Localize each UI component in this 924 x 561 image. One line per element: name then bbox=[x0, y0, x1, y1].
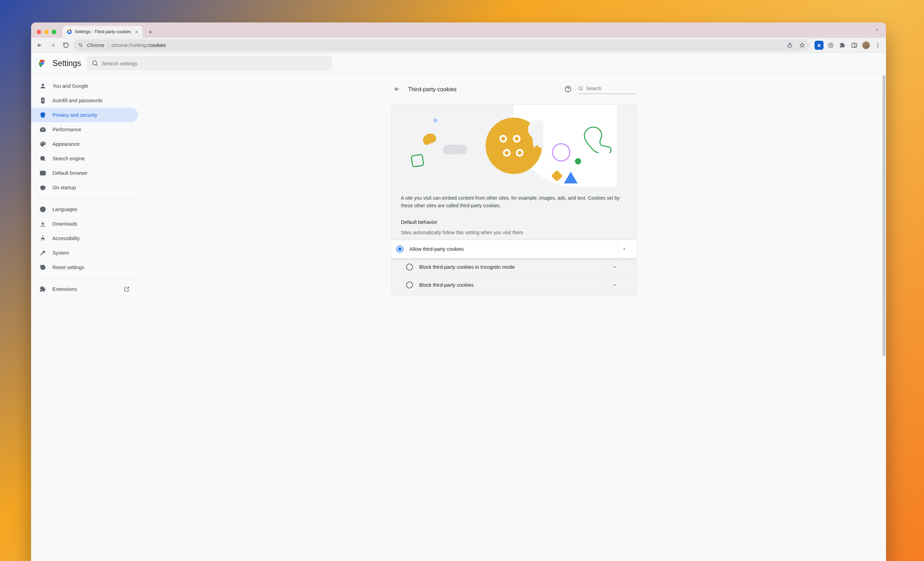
extension-area: ⧈ bbox=[812, 40, 883, 51]
svg-point-9 bbox=[878, 45, 878, 46]
sidebar-label: Autofill and passwords bbox=[52, 98, 102, 103]
option-block-third-party[interactable]: Block third-party cookies bbox=[400, 276, 627, 294]
cookies-illustration bbox=[391, 105, 636, 187]
search-icon bbox=[39, 155, 46, 162]
sidebar-item-languages[interactable]: Languages bbox=[31, 202, 138, 217]
svg-point-3 bbox=[81, 46, 82, 47]
sidebar-label: Appearance bbox=[52, 141, 80, 147]
extension-bitwarden-icon[interactable]: ⧈ bbox=[813, 40, 825, 51]
accessibility-icon bbox=[39, 235, 46, 242]
svg-point-2 bbox=[79, 44, 80, 45]
person-icon bbox=[39, 83, 46, 89]
sidebar-item-appearance[interactable]: Appearance bbox=[31, 137, 138, 151]
wrench-icon bbox=[39, 250, 46, 256]
sidebar-label: Extensions bbox=[52, 286, 77, 292]
pane-header: Third-party cookies bbox=[391, 83, 637, 95]
sidebar-label: Search engine bbox=[52, 156, 85, 161]
new-tab-button[interactable] bbox=[146, 27, 155, 37]
globe-icon bbox=[39, 206, 46, 213]
reset-icon bbox=[39, 264, 46, 271]
svg-point-8 bbox=[878, 43, 878, 44]
svg-point-6 bbox=[830, 44, 832, 46]
svg-point-14 bbox=[93, 61, 97, 65]
site-info-icon[interactable] bbox=[77, 42, 84, 48]
address-bar[interactable]: Chrome chrome://settings/cookies bbox=[73, 39, 810, 51]
expand-option-button[interactable] bbox=[608, 276, 621, 294]
svg-rect-16 bbox=[40, 171, 46, 175]
option-allow-third-party[interactable]: Allow third-party cookies bbox=[391, 240, 637, 258]
sidebar-label: Performance bbox=[52, 127, 81, 132]
option-label: Allow third-party cookies bbox=[410, 246, 464, 252]
external-link-icon bbox=[124, 286, 130, 292]
back-button[interactable] bbox=[34, 39, 46, 51]
expand-option-button[interactable] bbox=[608, 258, 621, 276]
sidebar-item-privacy[interactable]: Privacy and security bbox=[31, 108, 138, 122]
chrome-menu-icon[interactable] bbox=[872, 40, 883, 51]
speedometer-icon bbox=[39, 126, 46, 133]
minimize-window-button[interactable] bbox=[44, 30, 49, 34]
zoom-window-button[interactable] bbox=[52, 30, 56, 34]
search-settings-input[interactable] bbox=[102, 60, 327, 66]
svg-point-5 bbox=[828, 43, 833, 48]
close-tab-button[interactable] bbox=[134, 29, 139, 35]
svg-rect-34 bbox=[411, 154, 424, 167]
forward-button[interactable] bbox=[47, 39, 59, 51]
settings-title: Settings bbox=[52, 59, 81, 68]
pane-search[interactable] bbox=[578, 85, 637, 94]
help-icon[interactable] bbox=[564, 85, 572, 93]
browser-toolbar: Chrome chrome://settings/cookies ⧈ bbox=[31, 38, 886, 53]
power-icon bbox=[39, 184, 46, 191]
search-settings-field[interactable] bbox=[87, 56, 332, 71]
option-label: Block third-party cookies bbox=[419, 282, 474, 288]
sidebar-item-accessibility[interactable]: Accessibility bbox=[31, 231, 138, 246]
download-icon bbox=[39, 220, 46, 227]
svg-point-29 bbox=[575, 158, 581, 164]
option-label: Block third-party cookies in Incognito m… bbox=[419, 264, 514, 270]
option-block-incognito[interactable]: Block third-party cookies in Incognito m… bbox=[400, 258, 627, 276]
sidebar-item-system[interactable]: System bbox=[31, 246, 138, 260]
settings-header: Settings bbox=[31, 53, 886, 74]
search-icon bbox=[578, 85, 584, 92]
sidebar-item-extensions[interactable]: Extensions bbox=[31, 282, 138, 296]
sidebar-item-search-engine[interactable]: Search engine bbox=[31, 151, 138, 166]
profile-avatar[interactable] bbox=[861, 40, 872, 51]
browser-window-icon bbox=[39, 170, 46, 176]
sidebar-item-autofill[interactable]: Autofill and passwords bbox=[31, 93, 138, 108]
pane-search-input[interactable] bbox=[586, 86, 637, 91]
pane-title: Third-party cookies bbox=[408, 86, 456, 93]
sidebar-item-performance[interactable]: Performance bbox=[31, 122, 138, 137]
close-window-button[interactable] bbox=[37, 30, 41, 34]
sidebar-item-on-startup[interactable]: On startup bbox=[31, 180, 138, 195]
tab-list-dropdown[interactable] bbox=[873, 26, 881, 34]
browser-tab[interactable]: Settings - Third-party cookies bbox=[63, 26, 142, 38]
share-icon[interactable] bbox=[784, 40, 795, 50]
side-panel-icon[interactable] bbox=[849, 40, 860, 51]
url-site-label: Chrome bbox=[87, 42, 104, 48]
cookies-description: A site you visit can embed content from … bbox=[401, 194, 627, 209]
palette-icon bbox=[39, 141, 46, 147]
sidebar-item-reset[interactable]: Reset settings bbox=[31, 260, 138, 275]
sidebar-label: Languages bbox=[52, 206, 77, 212]
sidebar-divider bbox=[37, 278, 135, 278]
settings-favicon-icon bbox=[67, 29, 72, 35]
sidebar-item-you-and-google[interactable]: You and Google bbox=[31, 79, 138, 93]
sidebar-label: You and Google bbox=[52, 83, 88, 89]
svg-point-10 bbox=[878, 46, 878, 47]
svg-rect-33 bbox=[443, 145, 467, 154]
shield-icon bbox=[39, 111, 46, 119]
url-text: chrome://settings/cookies bbox=[111, 42, 781, 48]
clipboard-icon bbox=[39, 97, 46, 104]
expand-option-button[interactable] bbox=[617, 240, 630, 258]
extensions-puzzle-icon[interactable] bbox=[837, 40, 848, 51]
bookmark-star-icon[interactable] bbox=[797, 40, 807, 50]
scrollbar[interactable] bbox=[883, 75, 885, 559]
sidebar-label: Reset settings bbox=[52, 265, 84, 270]
reload-button[interactable] bbox=[60, 39, 72, 51]
sidebar-item-default-browser[interactable]: Default browser bbox=[31, 166, 138, 180]
window-controls bbox=[34, 30, 60, 38]
sidebar-item-downloads[interactable]: Downloads bbox=[31, 217, 138, 231]
extension-generic-icon[interactable] bbox=[825, 40, 836, 51]
settings-main: Third-party cookies bbox=[142, 74, 886, 561]
sidebar-label: Downloads bbox=[52, 221, 77, 227]
pane-back-button[interactable] bbox=[391, 83, 403, 95]
